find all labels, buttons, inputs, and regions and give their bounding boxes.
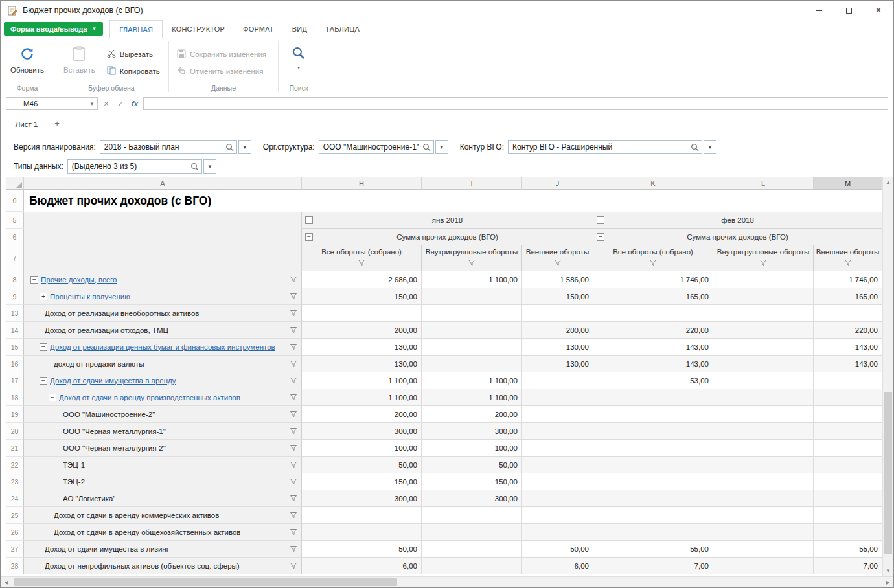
grid-cell[interactable] xyxy=(713,524,814,541)
filter-icon[interactable] xyxy=(759,259,767,268)
grid-cell[interactable]: 1 100,00 xyxy=(422,372,522,389)
maximize-button[interactable] xyxy=(834,1,864,20)
copy-button[interactable]: Копировать xyxy=(103,64,164,78)
grid-cell[interactable]: 200,00 xyxy=(302,322,422,339)
grid-cell[interactable] xyxy=(593,490,713,507)
search-icon[interactable] xyxy=(691,143,699,152)
row-label-cell[interactable]: ООО "Машиностроение-2" xyxy=(24,406,302,423)
grid-cell[interactable]: 55,00 xyxy=(593,541,713,558)
sheet-tab-list1[interactable]: Лист 1 xyxy=(6,117,47,131)
collapse-icon[interactable]: − xyxy=(40,377,47,385)
grid-cell[interactable] xyxy=(522,457,593,473)
grid-cell[interactable] xyxy=(713,305,814,322)
grid-cell[interactable] xyxy=(713,356,814,372)
vertical-scroll-thumb[interactable] xyxy=(884,392,892,554)
grid-cell[interactable] xyxy=(593,423,713,440)
grid-cell[interactable] xyxy=(713,440,814,457)
grid-cell[interactable]: 7,00 xyxy=(593,558,713,574)
filter-icon[interactable] xyxy=(290,562,297,569)
undo-changes-button[interactable]: Отменить изменения xyxy=(173,64,270,78)
grid-cell[interactable]: 143,00 xyxy=(814,339,882,356)
row-label-cell[interactable]: +Проценты к получению xyxy=(24,288,302,305)
grid-cell[interactable] xyxy=(593,406,713,423)
filter-icon[interactable] xyxy=(468,259,476,268)
grid-cell[interactable] xyxy=(522,423,593,440)
row-label-cell[interactable]: −Доход от реализации ценных бумаг и фина… xyxy=(24,339,302,356)
grid-cell[interactable]: 300,00 xyxy=(302,490,422,507)
filter-icon[interactable] xyxy=(290,495,297,502)
grid-cell[interactable] xyxy=(814,423,882,440)
grid-cell[interactable]: 50,00 xyxy=(302,457,422,473)
vertical-scroll-track[interactable] xyxy=(883,188,893,565)
value-column-header[interactable]: Внутригрупповые обороты xyxy=(713,245,814,271)
grid-cell[interactable] xyxy=(422,288,522,305)
grid-cell[interactable] xyxy=(522,490,593,507)
refresh-button[interactable]: Обновить xyxy=(5,42,49,75)
row-header-0[interactable]: 0 xyxy=(6,190,24,212)
grid-cell[interactable] xyxy=(713,389,814,406)
column-header-L[interactable]: L xyxy=(713,177,814,190)
grid-cell[interactable]: 200,00 xyxy=(302,406,422,423)
column-header-A[interactable]: A xyxy=(24,177,302,190)
ribbon-tab-4[interactable]: ТАБЛИЦА xyxy=(316,20,369,38)
grid-cell[interactable] xyxy=(422,339,522,356)
grid-cell[interactable] xyxy=(302,305,422,322)
data-types-field[interactable] xyxy=(67,159,202,174)
grid-cell[interactable]: 1 100,00 xyxy=(422,271,522,288)
filter-icon[interactable] xyxy=(290,528,297,536)
row-label-cell[interactable]: Доход от сдачи имущества в лизинг xyxy=(24,541,302,558)
grid-cell[interactable] xyxy=(522,507,593,524)
grid-cell[interactable] xyxy=(814,406,882,423)
grid-cell[interactable]: 100,00 xyxy=(422,440,522,457)
grid-cell[interactable]: 50,00 xyxy=(302,541,422,558)
vgo-contour-input[interactable] xyxy=(509,141,702,153)
org-structure-dropdown-button[interactable]: ▼ xyxy=(435,140,448,154)
grid-cell[interactable]: 100,00 xyxy=(302,440,422,457)
column-header-M[interactable]: M xyxy=(814,177,882,190)
value-column-header[interactable]: Внутригрупповые обороты xyxy=(422,245,522,271)
row-header-6[interactable]: 6 xyxy=(6,229,24,245)
grid-cell[interactable] xyxy=(713,271,814,288)
close-button[interactable]: × xyxy=(864,1,893,20)
ribbon-tab-3[interactable]: ВИД xyxy=(283,20,316,38)
grid-cell[interactable]: 300,00 xyxy=(422,423,522,440)
row-header-15[interactable]: 15 xyxy=(6,339,24,356)
grid-cell[interactable]: 220,00 xyxy=(814,322,882,339)
grid-cell[interactable]: 1 746,00 xyxy=(593,271,713,288)
grid-cell[interactable] xyxy=(422,356,522,372)
filter-icon[interactable] xyxy=(290,276,297,283)
scroll-right-icon[interactable]: ▶ xyxy=(882,580,893,585)
cancel-entry-button[interactable]: ✕ xyxy=(100,100,112,108)
filter-icon[interactable] xyxy=(290,394,297,401)
grid-cell[interactable]: 143,00 xyxy=(593,356,713,372)
search-icon[interactable] xyxy=(190,163,199,171)
row-header-5[interactable]: 5 xyxy=(6,212,24,229)
row-header-14[interactable]: 14 xyxy=(6,322,24,339)
value-column-header[interactable]: Внешние обороты xyxy=(814,245,882,271)
filter-icon[interactable] xyxy=(290,326,297,334)
filter-icon[interactable] xyxy=(290,293,297,300)
grid-cell[interactable] xyxy=(593,305,713,322)
collapse-icon[interactable]: − xyxy=(305,233,313,241)
row-header-7[interactable]: 7 xyxy=(6,245,24,271)
filter-icon[interactable] xyxy=(290,310,297,317)
collapse-icon[interactable]: − xyxy=(597,216,604,224)
grid-cell[interactable]: 130,00 xyxy=(302,339,422,356)
filter-icon[interactable] xyxy=(290,444,297,451)
row-label-cell[interactable]: АО "Логистика" xyxy=(24,490,302,507)
grid-cell[interactable] xyxy=(522,406,593,423)
row-header-13[interactable]: 13 xyxy=(6,305,24,322)
value-column-header[interactable]: Внешние обороты xyxy=(522,245,593,271)
grid-cell[interactable]: 130,00 xyxy=(522,339,593,356)
org-structure-input[interactable] xyxy=(319,141,433,153)
grid-cell[interactable]: 1 746,00 xyxy=(814,271,882,288)
grid-cell[interactable] xyxy=(814,372,882,389)
row-label[interactable]: Прочие доходы, всего xyxy=(41,276,117,284)
row-label[interactable]: Проценты к получению xyxy=(50,293,130,300)
collapse-icon[interactable]: − xyxy=(597,233,604,241)
data-types-dropdown-button[interactable]: ▼ xyxy=(203,159,216,174)
grid-cell[interactable] xyxy=(593,457,713,473)
grid-cell[interactable]: 200,00 xyxy=(522,322,593,339)
grid-cell[interactable]: 300,00 xyxy=(422,490,522,507)
column-header-J[interactable]: J xyxy=(522,177,593,190)
